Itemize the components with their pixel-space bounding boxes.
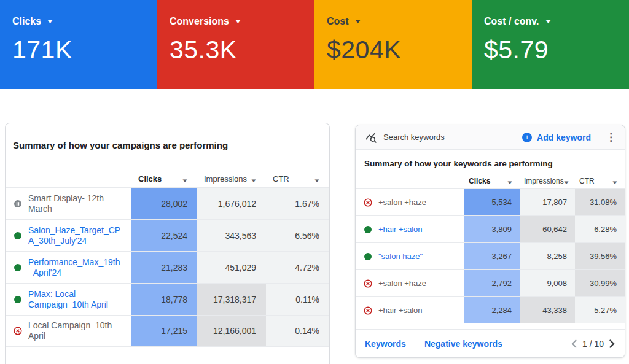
campaigns-table-body: Smart Display- 12th March28,0021,676,012… — [6, 187, 329, 347]
previous-page-icon[interactable] — [571, 339, 577, 348]
metric-cell: 9,008 — [520, 270, 575, 296]
metric-label: Conversions — [170, 16, 229, 27]
campaign-row-name-cell: PMax: Local Campaign_10th April — [6, 284, 131, 315]
campaign-row: Smart Display- 12th March28,0021,676,012… — [6, 187, 329, 219]
metric-cell: 451,029 — [197, 252, 266, 283]
column-header-label: CTR — [273, 174, 289, 184]
metric-cell: 2,284 — [464, 297, 520, 323]
keyword-row-name-cell: +salon +haze — [356, 189, 464, 215]
column-dropdown-icon[interactable]: ▼ — [611, 180, 619, 185]
campaign-row: Salon_Haze_Target_CPA_30th_July'2422,524… — [6, 219, 329, 251]
metric-value: 35.3K — [170, 36, 314, 64]
more-options-icon[interactable]: ⋮ — [606, 132, 616, 142]
keyword-row-name-cell: +hair +salon — [356, 216, 464, 242]
add-keyword-label: Add keyword — [537, 133, 591, 142]
metric-value: $204K — [327, 36, 472, 64]
metric-label-row: Cost▼ — [327, 16, 472, 27]
metric-cell: 0.14% — [266, 316, 329, 346]
campaigns-panel: Summary of how your campaigns are perfor… — [5, 123, 330, 364]
column-dropdown-icon[interactable]: ▼ — [506, 180, 514, 185]
campaign-row-name-cell: Local Campaign_10th April — [6, 316, 131, 346]
metric-dropdown-icon[interactable]: ▼ — [354, 18, 361, 25]
keyword-row: +hair +salon2,28443,3385.27% — [356, 296, 625, 323]
status-removed-icon — [364, 306, 372, 315]
entity-name-link[interactable]: "salon haze" — [378, 251, 423, 261]
keywords-panel-title: Summary of how your keywords are perform… — [364, 159, 616, 168]
scorecard-clicks[interactable]: Clicks▼171K — [0, 0, 157, 89]
metric-dropdown-icon[interactable]: ▼ — [234, 18, 241, 25]
campaign-row-name-cell: Performance_Max_19th_April'24 — [6, 252, 131, 283]
entity-name-label: +hair +salon — [378, 305, 423, 316]
metric-cell: 43,338 — [520, 297, 575, 323]
scorecards-row: Clicks▼171KConversions▼35.3KCost▼$204KCo… — [0, 0, 629, 89]
metric-cell: 343,563 — [197, 220, 266, 251]
status-enabled-icon — [14, 263, 22, 272]
search-keywords-icon — [365, 131, 377, 144]
keywords-table-body: +salon +haze5,53417,80731.08%+hair +salo… — [356, 188, 625, 323]
column-header-ctr[interactable]: CTR▼ — [272, 169, 321, 187]
status-enabled-icon — [14, 231, 22, 240]
entity-name-link[interactable]: +hair +salon — [378, 224, 423, 234]
metric-dropdown-icon[interactable]: ▼ — [46, 18, 53, 25]
metric-cell: 30.99% — [575, 270, 625, 296]
column-dropdown-icon[interactable]: ▼ — [313, 178, 321, 184]
column-header-clicks[interactable]: Clicks▼ — [467, 172, 514, 188]
column-header-label: CTR — [579, 177, 595, 185]
campaign-row: PMax: Local Campaign_10th April18,77817,… — [6, 283, 329, 315]
keyword-row: +salon +haze5,53417,80731.08% — [356, 188, 625, 215]
column-header-label: Impressions — [204, 174, 247, 184]
entity-name-link[interactable]: Performance_Max_19th_April'24 — [28, 257, 122, 278]
metric-cell: 60,642 — [520, 216, 575, 242]
column-header-clicks[interactable]: Clicks▼ — [137, 169, 189, 187]
keywords-panel-header-title: Search keywords — [383, 133, 445, 142]
metric-cell: 1,676,012 — [197, 188, 266, 219]
campaign-row: Local Campaign_10th April17,21512,166,00… — [6, 315, 329, 347]
add-keyword-button[interactable]: + Add keyword — [522, 133, 591, 142]
entity-name-link[interactable]: Salon_Haze_Target_CPA_30th_July'24 — [28, 225, 122, 246]
metric-cell: 31.08% — [575, 189, 625, 215]
campaign-row-name-cell: Salon_Haze_Target_CPA_30th_July'24 — [6, 220, 131, 251]
column-header-label: Clicks — [138, 174, 162, 184]
next-page-icon[interactable] — [609, 339, 615, 348]
metric-cell: 5.27% — [575, 297, 625, 323]
keyword-row-name-cell: "salon haze" — [356, 243, 464, 269]
column-dropdown-icon[interactable]: ▼ — [563, 180, 570, 185]
metric-cell: 3,267 — [464, 243, 520, 269]
status-removed-icon — [14, 327, 22, 335]
metric-cell: 21,283 — [131, 252, 197, 283]
scorecard-conversions[interactable]: Conversions▼35.3K — [157, 0, 314, 89]
scorecard-cost[interactable]: Cost▼$204K — [314, 0, 472, 89]
column-header-impressions[interactable]: Impressions▼ — [523, 172, 569, 188]
keywords-panel-header: Search keywords + Add keyword ⋮ — [356, 125, 625, 150]
status-enabled-icon — [14, 295, 22, 304]
column-header-label: Clicks — [469, 177, 490, 185]
status-removed-icon — [364, 198, 372, 207]
metric-dropdown-icon[interactable]: ▼ — [544, 18, 552, 25]
metric-cell: 6.28% — [575, 216, 625, 242]
keywords-table-header: Clicks▼Impressions▼CTR▼ — [356, 172, 625, 188]
status-removed-icon — [364, 279, 372, 288]
keyword-row-name-cell: +hair +salon — [356, 297, 464, 323]
keywords-tab[interactable]: Keywords — [365, 339, 406, 349]
campaigns-table: Clicks▼Impressions▼CTR▼ Smart Display- 1… — [6, 169, 329, 347]
keyword-row: +hair +salon3,80960,6426.28% — [356, 215, 625, 242]
column-header-ctr[interactable]: CTR▼ — [578, 172, 619, 188]
metric-cell: 8,258 — [520, 243, 575, 269]
entity-name-link[interactable]: PMax: Local Campaign_10th April — [28, 289, 122, 310]
scorecard-cost-conv[interactable]: Cost / conv.▼$5.79 — [472, 0, 629, 89]
metric-label-row: Clicks▼ — [12, 16, 157, 27]
keyword-row: +salon +haze2,7929,00830.99% — [356, 269, 625, 296]
metric-cell: 0.11% — [266, 284, 329, 315]
metric-cell: 1.67% — [266, 188, 329, 219]
column-dropdown-icon[interactable]: ▼ — [250, 178, 257, 184]
metric-cell: 18,778 — [131, 284, 197, 315]
column-header-impressions[interactable]: Impressions▼ — [203, 169, 257, 187]
metric-cell: 28,002 — [131, 188, 197, 219]
column-dropdown-icon[interactable]: ▼ — [181, 178, 189, 184]
entity-name-label: Smart Display- 12th March — [28, 193, 122, 214]
status-enabled-icon — [364, 225, 372, 234]
entity-name-label: Local Campaign_10th April — [28, 320, 122, 341]
metric-cell: 3,809 — [464, 216, 520, 242]
metric-cell: 5,534 — [464, 189, 520, 215]
negative-keywords-tab[interactable]: Negative keywords — [424, 339, 502, 349]
